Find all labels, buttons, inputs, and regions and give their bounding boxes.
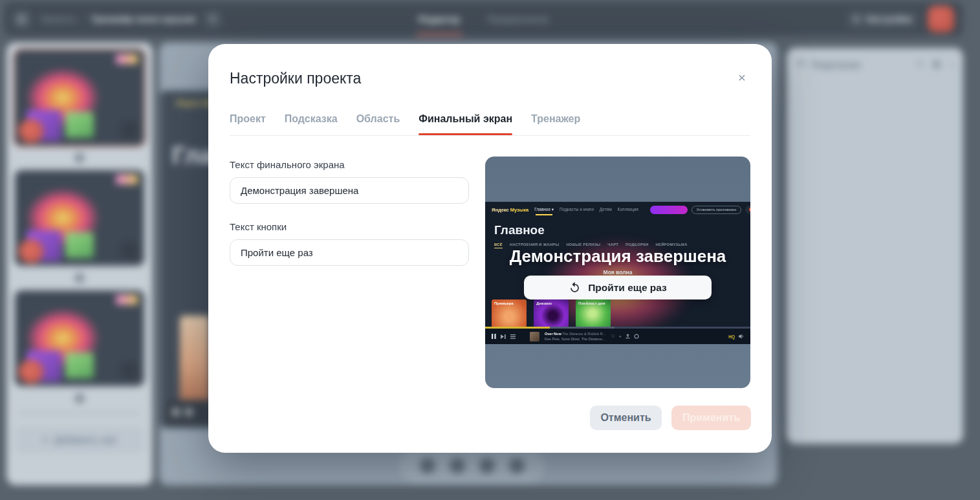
final-screen-preview: Яндекс Музыка Главное ▾ Подкасты и книги… [485,157,750,388]
apply-button[interactable]: Применить [671,406,751,430]
tab-hint[interactable]: Подсказка [285,113,338,125]
button-text-label: Текст кнопки [230,221,287,232]
project-settings-dialog: Настройки проекта × Проект Подсказка Обл… [208,44,772,453]
music-nav-collection: Коллекция [618,207,638,212]
final-screen-text-label: Текст финального экрана [230,159,345,170]
music-nav-main: Главное ▾ [534,207,554,212]
music-logo: Яндекс Музыка [492,207,528,213]
add-icon: + [619,334,622,339]
music-heading: Главное [494,223,545,237]
next-track-icon [501,334,506,339]
plus-dot-icon [749,208,750,212]
preview-screenshot: Яндекс Музыка Главное ▾ Подкасты и книги… [485,202,750,344]
like-icon: ♡ [611,334,615,339]
dialog-title: Настройки проекта [230,70,361,87]
player-bar: Over Now The Distance & Riddick R... Dee… [485,329,750,344]
app-window: Проекты / Тренажёр поиск музыки ✎ Редакт… [0,0,980,500]
volume-icon [739,334,744,339]
track-subtitle: Dee Pete, Sono Silver, The Distance... [545,337,605,341]
playlist-card: Премьера [492,299,527,327]
restart-button-label: Пройти еще раз [588,282,667,294]
button-text-input[interactable] [230,239,469,266]
music-nav-kids: Детям [600,207,612,212]
track-title: Over Now [545,332,561,336]
playlist-card: Плейлист дня [576,299,611,327]
track-cover [530,332,539,342]
cancel-button[interactable]: Отменить [590,406,662,430]
quality-badge: HQ [728,334,735,339]
pause-icon [492,334,496,339]
restart-button-preview[interactable]: Пройти еще раз [524,276,712,299]
close-icon[interactable]: × [733,69,751,87]
settings-tabs: Проект Подсказка Область Финальный экран… [230,113,750,136]
my-wave-label: Моя волна [485,269,750,276]
playlist-card: Дежавю [534,299,569,327]
plus-badge: Плюс [745,206,750,214]
tab-trainer[interactable]: Тренажер [531,113,580,125]
final-screen-title-preview: Демонстрация завершена [485,246,750,266]
share-icon [626,334,630,339]
tab-area[interactable]: Область [356,113,400,125]
repeat-icon [634,334,639,339]
tab-project[interactable]: Проект [230,113,266,125]
tab-final-screen[interactable]: Финальный экран [419,113,512,125]
music-nav-podcasts: Подкасты и книги [560,207,594,212]
final-screen-text-input[interactable] [230,177,469,204]
promo-pill [650,206,688,214]
queue-icon [510,334,516,339]
replay-icon [569,281,581,294]
track-artists: The Distance & Riddick R... [562,332,605,336]
install-app-pill: Установить приложение [691,206,742,214]
